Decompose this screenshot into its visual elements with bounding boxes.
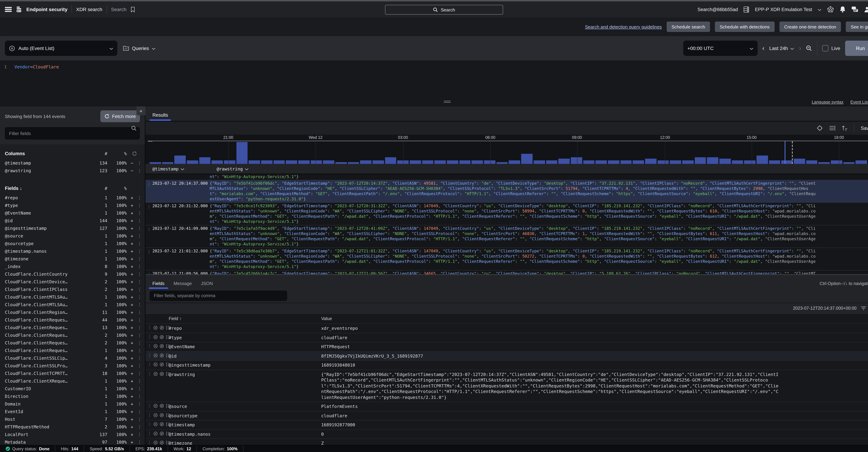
histogram-bar[interactable] [546,161,557,164]
filter-equals-icon[interactable] [153,422,158,426]
add-remove-column-button[interactable]: + [127,195,137,200]
histogram-bar[interactable] [348,162,359,164]
sort-ascending-icon[interactable] [842,125,848,131]
sidebar-field-row[interactable]: CloudFlare.ClientReques… 44 100% + ⋮ [5,316,142,324]
tab-results[interactable]: Results [152,112,168,121]
notifications-bell-icon[interactable] [840,6,846,13]
row-menu-icon[interactable]: ⋮ [148,404,151,408]
add-remove-column-button[interactable]: + [127,439,137,445]
histogram-bar[interactable] [472,161,483,164]
filter-equals-icon[interactable] [153,326,158,330]
sidebar-field-row[interactable]: LocalPort 137 100% + ⋮ [5,430,142,438]
filter-equals-icon[interactable] [153,404,158,408]
histogram-bar[interactable] [732,161,743,164]
filter-not-equals-icon[interactable] [160,353,164,357]
filter-not-equals-icon[interactable] [160,404,164,408]
add-remove-column-button[interactable]: + [127,202,137,208]
sidebar-field-row[interactable]: _index 8 100% + ⋮ [5,262,142,270]
histogram-bar[interactable] [744,161,755,164]
field-menu-icon[interactable]: ⋮ [137,287,142,292]
histogram-bar[interactable] [410,161,421,164]
histogram-bar[interactable] [286,161,297,164]
crosshair-icon[interactable] [817,125,823,131]
sidebar-field-row[interactable]: CloudFlare.ClientTCPRTT… 18 100% + ⋮ [5,369,142,377]
sidebar-field-row[interactable]: CloudFlare.ClientMTLSAu… 1 100% + ⋮ [5,301,142,308]
add-remove-column-button[interactable]: + [127,287,137,292]
histogram-bar[interactable] [187,161,198,164]
add-remove-column-button[interactable]: + [127,386,137,391]
field-menu-icon[interactable]: ⋮ [137,279,142,284]
add-remove-column-button[interactable]: + [127,355,137,360]
schedule-search-button[interactable]: Schedule search [666,22,710,32]
event-grip-icon[interactable]: ⋮ [146,181,152,202]
timestamp-column-header[interactable]: @timestamp [146,166,217,171]
histogram-bar[interactable] [249,161,260,164]
event-list-widget-link[interactable]: Event List widget [850,99,868,104]
row-menu-icon[interactable]: ⋮ [148,422,151,426]
histogram-bar[interactable] [385,157,396,164]
add-remove-column-button[interactable]: + [127,340,137,345]
save-dropdown[interactable]: Save [861,126,868,131]
see-in-graph-button[interactable]: See in graph [846,22,868,32]
filter-not-equals-icon[interactable] [160,335,164,339]
timezone-dropdown[interactable]: +00:00 UTC [683,41,757,56]
nav-item-search[interactable]: Search [111,7,126,12]
sidebar-field-row[interactable]: CloudFlare.ClientSSLCip… 4 100% + ⋮ [5,354,142,362]
histogram-bar[interactable] [261,161,272,164]
add-remove-column-button[interactable]: + [127,294,137,299]
language-syntax-link[interactable]: Language syntax [812,99,843,104]
panel-resize-handle[interactable] [444,100,451,103]
histogram-bar[interactable] [620,161,631,164]
time-shift-forward-button[interactable]: › [799,44,801,52]
histogram-bar[interactable] [571,157,582,164]
histogram-bar[interactable] [719,159,731,164]
field-menu-icon[interactable]: ⋮ [137,355,142,360]
histogram-bar[interactable] [707,157,718,164]
histogram-bar[interactable] [856,161,867,164]
histogram-bar[interactable] [843,162,855,164]
histogram-bar[interactable] [323,161,334,164]
filter-equals-icon[interactable] [153,413,158,417]
add-remove-column-button[interactable]: + [127,393,137,399]
field-menu-icon[interactable]: ⋮ [137,264,142,269]
sidebar-field-row[interactable]: CloudFlare.ClientReques… 13 100% + ⋮ [5,324,142,331]
add-remove-column-button[interactable]: + [127,432,137,437]
queries-dropdown[interactable]: <> Queries [123,45,156,52]
field-menu-icon[interactable]: ⋮ [137,393,142,399]
time-range-dropdown[interactable]: Last 24h [769,45,794,52]
event-grip-icon[interactable]: ⋮ [146,271,152,274]
histogram-bar[interactable] [694,157,706,164]
histogram-bar[interactable] [162,162,173,164]
refresh-columns-icon[interactable] [127,151,142,156]
field-menu-icon[interactable]: ⋮ [137,168,142,173]
field-menu-icon[interactable]: ⋮ [137,340,142,345]
view-selector-dropdown[interactable]: A Auto (Event List) [5,41,117,56]
filter-equals-icon[interactable] [153,431,158,435]
sidebar-field-row[interactable]: CloudFlare.ClientRegion… 11 100% + ⋮ [5,308,142,316]
time-shift-back-button[interactable]: ‹ [762,44,764,52]
filter-icon[interactable] [861,306,866,310]
collapse-sidebar-button[interactable]: « [136,106,146,115]
add-remove-column-button[interactable]: + [127,325,137,330]
add-remove-column-button[interactable]: + [127,348,137,353]
sidebar-field-row[interactable]: CloudFlare.ClientDevice… 2 100% + ⋮ [5,278,142,285]
inspector-field-row[interactable]: ⋮ #repo xdr_eventsrepo [146,324,868,333]
sidebar-field-row[interactable]: CloudFlare.ClientReques… 1 100% + ⋮ [5,347,142,354]
histogram-bar[interactable] [435,161,446,164]
inspector-field-row[interactable]: ⋮ @rawstring {"RayID":"7e5bf41cb96f06dc"… [146,369,868,402]
add-remove-column-button[interactable]: + [127,409,137,414]
live-toggle[interactable]: Live [823,45,840,52]
histogram-bar[interactable] [509,161,520,164]
row-menu-icon[interactable]: ⋮ [148,363,151,366]
add-remove-column-button[interactable]: + [127,264,137,269]
event-histogram[interactable]: 21:00Wed 1203:0006:0009:0012:0015:0018:0… [146,135,868,164]
histogram-bar[interactable] [360,161,372,164]
field-menu-icon[interactable]: ⋮ [137,256,142,261]
add-remove-column-button[interactable]: + [127,370,137,376]
add-remove-column-button[interactable]: + [127,233,137,238]
filter-equals-icon[interactable] [153,353,158,357]
histogram-bar[interactable] [236,142,248,164]
filter-equals-icon[interactable] [153,372,158,376]
event-row[interactable]: ⋮ 2023-07-12 20:14:37.000 {"RayID": "7e5… [146,180,868,203]
filter-not-equals-icon[interactable] [160,326,164,330]
